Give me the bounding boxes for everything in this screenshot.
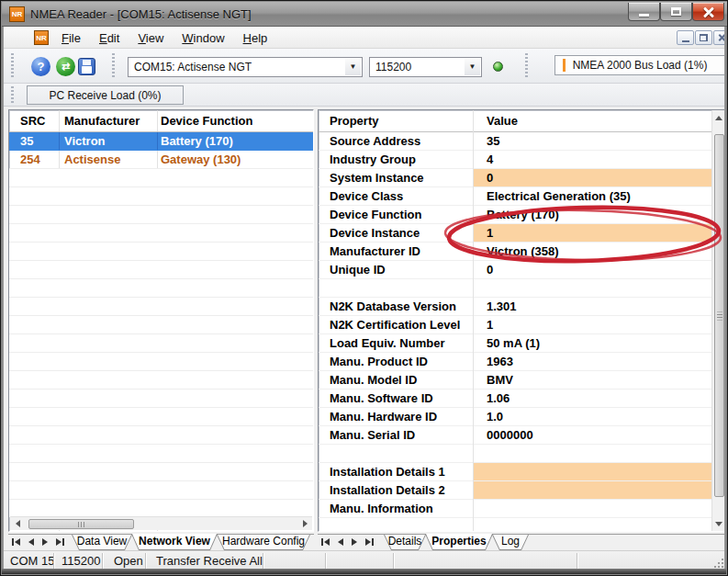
tab-hardware-config[interactable]: Hardware Config (217, 535, 310, 550)
window-border[interactable] (2, 569, 726, 574)
menu-file[interactable]: File (55, 29, 87, 47)
device-src: 254 (20, 152, 40, 166)
tab-last-button[interactable] (365, 538, 374, 546)
col-value[interactable]: Value (487, 114, 518, 128)
window-border[interactable] (1, 27, 4, 574)
tab-nav (12, 538, 64, 546)
menu-window[interactable]: Window (175, 29, 230, 47)
property-row[interactable]: Manu. Information (319, 500, 712, 518)
vertical-scrollbar[interactable] (711, 110, 725, 531)
com-port-select[interactable]: COM15: Actisense NGT ▼ (128, 57, 363, 77)
device-function: Gateway (130) (161, 152, 241, 166)
baud-rate-select[interactable]: 115200 ▼ (369, 57, 482, 77)
property-row[interactable]: Industry Group4 (319, 151, 712, 169)
tab-log[interactable]: Log (492, 535, 529, 550)
property-row[interactable]: Device FunctionBattery (170) (319, 206, 712, 224)
horizontal-scrollbar[interactable] (10, 516, 312, 530)
property-row-highlighted[interactable]: Device Instance1 (319, 224, 712, 243)
workspace: SRC Manufacturer Device Function 35 Vict… (4, 107, 726, 550)
toolbar-gripper[interactable] (11, 53, 14, 79)
transfer-icon: ⇄ (56, 57, 75, 76)
status-baud-rate: 115200 (62, 554, 100, 568)
tab-next-button[interactable] (352, 538, 357, 546)
tab-properties[interactable]: Properties (425, 534, 493, 550)
scroll-left-button[interactable] (10, 517, 25, 530)
chevron-down-icon[interactable]: ▼ (345, 59, 361, 75)
col-property[interactable]: Property (330, 114, 378, 128)
title-bar[interactable]: NR NMEA Reader - [COM15: Actisense NGT] (2, 2, 728, 27)
properties-panel: Property Value Source Address35 Industry… (318, 109, 726, 532)
resize-grip[interactable] (714, 559, 723, 568)
col-function[interactable]: Device Function (161, 114, 252, 128)
mdi-minimize-button[interactable] (677, 30, 694, 45)
property-row[interactable]: Unique ID0 (319, 261, 712, 279)
property-row[interactable]: Device ClassElectrical Generation (35) (319, 187, 712, 206)
toolbar-gripper[interactable] (112, 53, 115, 79)
highlight-cell (474, 169, 712, 186)
close-button[interactable] (692, 3, 724, 21)
minimize-button[interactable] (628, 3, 660, 21)
property-row[interactable]: Source Address35 (319, 132, 712, 151)
scrollbar-thumb[interactable] (28, 519, 134, 529)
mdi-restore-button[interactable] (695, 30, 712, 45)
highlight-cell (474, 224, 712, 242)
property-row[interactable]: Manu. Serial ID0000000 (319, 426, 712, 445)
mdi-minimize-icon (682, 40, 689, 42)
com-port-value: COM15: Actisense NGT (134, 58, 252, 76)
scroll-up-button[interactable] (712, 110, 725, 125)
col-manufacturer[interactable]: Manufacturer (64, 114, 140, 128)
save-button[interactable] (78, 58, 95, 75)
tab-details[interactable]: Details (384, 535, 426, 550)
tab-prev-button[interactable] (338, 538, 343, 546)
baud-rate-value: 115200 (375, 58, 411, 76)
status-transfer-mode: Transfer Receive All (156, 554, 263, 568)
device-manufacturer: Actisense (64, 152, 120, 166)
property-row[interactable]: N2K Certification Level1 (319, 316, 712, 334)
menu-help[interactable]: Help (237, 29, 274, 47)
property-row[interactable]: N2K Database Version1.301 (319, 298, 712, 316)
tab-data-view[interactable]: Data View (72, 535, 132, 550)
scroll-right-button[interactable] (297, 517, 312, 530)
mdi-child-icon[interactable]: NR (34, 30, 49, 45)
property-row[interactable]: Manu. Software ID1.06 (319, 390, 712, 408)
col-src[interactable]: SRC (20, 114, 45, 128)
tab-next-button[interactable] (42, 538, 48, 546)
device-row-selected[interactable]: 35 Victron Battery (170) (9, 132, 313, 151)
property-row-highlighted[interactable]: Installation Details 1 (319, 463, 712, 481)
tab-prev-button[interactable] (28, 538, 34, 546)
menu-bar: NR File Edit View Window Help (4, 27, 726, 49)
scrollbar-thumb[interactable] (714, 134, 724, 497)
menu-edit[interactable]: Edit (93, 29, 126, 47)
chevron-down-icon[interactable]: ▼ (465, 59, 480, 75)
property-row[interactable]: Manu. Product ID1963 (319, 353, 712, 371)
toolbar-gripper[interactable] (525, 53, 528, 79)
toolbar-gripper[interactable] (11, 86, 14, 103)
property-row[interactable]: Manu. Model IDBMV (319, 371, 712, 390)
property-row-highlighted[interactable]: System Instance0 (319, 169, 712, 187)
window-border[interactable] (724, 27, 727, 574)
maximize-button[interactable] (660, 3, 692, 21)
empty-grid (9, 169, 313, 517)
transfer-button[interactable]: ⇄ (56, 57, 75, 76)
property-row-empty (319, 279, 712, 298)
property-row[interactable]: Manufacturer IDVictron (358) (319, 243, 712, 261)
status-bar: COM 15 115200 Open Transfer Receive All (4, 550, 726, 570)
tab-first-button[interactable] (12, 538, 20, 546)
scroll-down-button[interactable] (712, 516, 725, 531)
property-row-highlighted[interactable]: Installation Details 2 (319, 481, 712, 500)
tab-last-button[interactable] (56, 538, 64, 546)
property-row-empty (319, 445, 712, 463)
tab-first-button[interactable] (321, 538, 330, 546)
tab-network-view[interactable]: Network View (131, 534, 218, 550)
maximize-icon (671, 7, 681, 16)
column-divider[interactable] (473, 110, 474, 531)
property-row-empty (319, 518, 712, 532)
device-row[interactable]: 254 Actisense Gateway (130) (9, 151, 313, 169)
save-icon (78, 58, 95, 75)
help-button[interactable]: ? (31, 57, 50, 76)
property-row[interactable]: Load Equiv. Number50 mA (1) (319, 334, 712, 353)
menu-view[interactable]: View (131, 29, 170, 47)
close-icon (703, 6, 714, 17)
property-row[interactable]: Manu. Hardware ID1.0 (319, 408, 712, 426)
device-function: Battery (170) (161, 134, 233, 148)
